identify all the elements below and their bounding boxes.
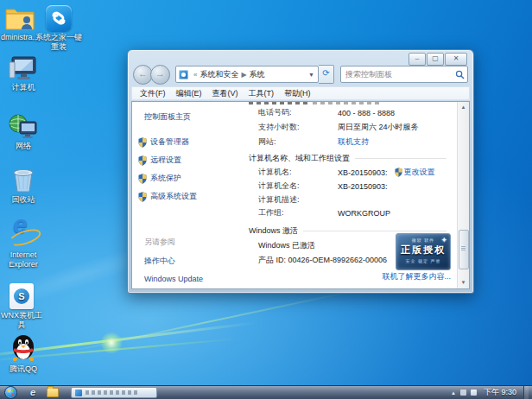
desktop-icon-label: 计算机 <box>0 83 51 92</box>
sidebar-item-device-manager[interactable]: 设备管理器 <box>138 136 247 148</box>
recycle-bin-icon <box>0 164 51 193</box>
vertical-scrollbar[interactable]: ▲ ▼ <box>457 102 469 288</box>
desktop-icon-label: 腾讯QQ <box>0 364 51 374</box>
taskbar-active-window-button[interactable] <box>71 387 157 398</box>
menu-file[interactable]: 文件(F) <box>135 87 171 100</box>
sidebar-item-control-panel-home[interactable]: 控制面板主页 <box>144 111 247 123</box>
sidebar-item-remote-settings[interactable]: 远程设置 <box>138 155 247 166</box>
menu-help[interactable]: 帮助(H) <box>279 87 316 100</box>
desktop-icon-computer[interactable]: 计算机 <box>0 52 51 92</box>
wnx-install-tool-icon: S <box>0 280 49 309</box>
genuine-license-badge[interactable]: 微软 软件 正版授权 安全 稳定 声誉 ✦ <box>396 233 451 270</box>
sidebar-item-system-protection[interactable]: 系统保护 <box>138 173 247 184</box>
row-label: 工作组: <box>258 207 338 218</box>
desktop-icon-network[interactable]: 网络 <box>0 111 51 151</box>
activation-status: Windows 已激活 <box>258 240 315 251</box>
desktop-icon-label: 系统之家一键 <box>31 33 86 42</box>
sidebar-item-label: 设备管理器 <box>150 136 189 148</box>
control-panel-icon <box>179 70 188 79</box>
support-row-hours: 支持小时数: 周日至周六 24小时服务 <box>258 122 445 133</box>
scroll-down-icon[interactable]: ▼ <box>458 277 469 288</box>
computer-description-row: 计算机描述: <box>258 194 445 206</box>
taskbar: e ▲ 下午 9:30 <box>0 385 532 399</box>
breadcrumb-separator-icon: ▶ <box>241 71 246 79</box>
uac-shield-icon <box>395 168 402 177</box>
sidebar-item-action-center[interactable]: 操作中心 <box>144 256 247 267</box>
section-rule <box>355 158 446 159</box>
tray-status-icon[interactable] <box>460 390 466 396</box>
uac-shield-icon <box>138 155 147 166</box>
row-value: XB-20150903: <box>338 182 388 191</box>
desktop-icon-recycle-bin[interactable]: 回收站 <box>0 164 51 205</box>
sidebar-item-label: 远程设置 <box>150 155 181 166</box>
search-input[interactable] <box>344 69 455 79</box>
desktop-icon-label: 具 <box>0 320 49 330</box>
system-control-panel-window: ‒ ▢ ✕ ← → « 系统和安全 ▶ 系统 ▼ ⟳ <box>127 49 474 294</box>
breadcrumb-system-security[interactable]: 系统和安全 <box>200 69 238 80</box>
system-tray: ▲ 下午 9:30 <box>451 386 532 399</box>
row-value: WORKGROUP <box>338 209 390 218</box>
menu-view[interactable]: 查看(V) <box>207 87 244 100</box>
change-settings-action[interactable]: 更改设置 <box>395 167 435 178</box>
sidebar-item-advanced-system-settings[interactable]: 高级系统设置 <box>138 191 247 202</box>
row-label: 支持小时数: <box>258 122 338 133</box>
desktop-icon-label: 网络 <box>0 142 51 151</box>
address-bar[interactable]: « 系统和安全 ▶ 系统 ▼ <box>175 66 319 83</box>
taskbar-ie-icon[interactable]: e <box>30 387 35 398</box>
internet-explorer-icon: e <box>0 219 51 249</box>
badge-star-icon: ✦ <box>440 236 447 244</box>
menu-bar: 文件(F) 编辑(E) 查看(V) 工具(T) 帮助(H) <box>131 86 470 100</box>
desktop-icon-wnx-install-tool[interactable]: S WNX装机工 具 <box>0 280 49 330</box>
desktop-icon-label: 回收站 <box>0 195 51 205</box>
network-icon <box>0 111 51 140</box>
menu-tools[interactable]: 工具(T) <box>244 87 280 100</box>
onekey-reinstall-icon <box>31 2 86 31</box>
change-settings-link[interactable]: 更改设置 <box>404 167 435 178</box>
computer-name-row: 计算机名: XB-20150903: 更改设置 <box>258 167 445 178</box>
section-rule <box>303 231 446 231</box>
workgroup-row: 工作组: WORKGROUP <box>258 207 445 218</box>
row-label: 计算机全名: <box>258 180 338 192</box>
content-pane: 电话号码: 400 - 888 - 8888 支持小时数: 周日至周六 24小时… <box>247 102 457 288</box>
computer-icon <box>0 52 51 81</box>
breadcrumb-collapsed-chevron[interactable]: « <box>193 71 197 79</box>
sidebar-item-windows-update[interactable]: Windows Update <box>144 275 247 283</box>
section-title: 计算机名称、域和工作组设置 <box>249 153 350 164</box>
taskbar-clock[interactable]: 下午 9:30 <box>481 387 519 398</box>
taskbar-explorer-icon[interactable] <box>47 388 59 397</box>
menu-edit[interactable]: 编辑(E) <box>171 87 207 100</box>
row-value: XB-20150903: <box>338 168 388 177</box>
window-client-area: 控制面板主页 设备管理器 远程设置 <box>131 101 470 289</box>
scrollbar-thumb[interactable] <box>459 230 469 269</box>
sidebar-item-label: 系统保护 <box>150 173 181 184</box>
uac-shield-icon <box>138 137 147 148</box>
tray-flag-icon[interactable] <box>471 390 477 396</box>
sidebar-item-label: 高级系统设置 <box>150 191 197 202</box>
task-window-title-fragment <box>86 390 139 395</box>
forward-button[interactable]: → <box>150 65 170 85</box>
desktop-icon-internet-explorer[interactable]: e Internet Explorer <box>0 219 51 269</box>
computer-fullname-row: 计算机全名: XB-20150903: <box>258 180 445 192</box>
address-dropdown-icon[interactable]: ▼ <box>307 72 316 78</box>
online-support-link[interactable]: 联机支持 <box>338 136 369 148</box>
tray-expand-icon[interactable]: ▲ <box>451 390 456 396</box>
start-button[interactable] <box>4 386 17 399</box>
task-window-icon <box>75 390 82 396</box>
uac-shield-icon <box>138 174 147 184</box>
learn-more-online-link[interactable]: 联机了解更多内容... <box>382 271 451 282</box>
row-label: 计算机描述: <box>258 194 338 206</box>
row-label: 电话号码: <box>258 107 338 118</box>
navigation-bar: ← → « 系统和安全 ▶ 系统 ▼ ⟳ <box>133 64 468 85</box>
sidebar: 控制面板主页 设备管理器 远程设置 <box>132 102 247 288</box>
show-desktop-button[interactable] <box>523 386 529 399</box>
row-label: 计算机名: <box>258 167 338 178</box>
see-also-heading: 另请参阅 <box>144 237 247 248</box>
desktop-icon-tencent-qq[interactable]: 腾讯QQ <box>0 333 51 374</box>
refresh-button[interactable]: ⟳ <box>319 65 334 84</box>
row-value: 周日至周六 24小时服务 <box>338 122 419 133</box>
scroll-up-icon[interactable]: ▲ <box>458 102 469 113</box>
breadcrumb-system[interactable]: 系统 <box>250 69 265 80</box>
desktop-icon-onekey-reinstall[interactable]: 系统之家一键 重装 <box>31 2 86 52</box>
search-box[interactable] <box>340 66 468 83</box>
product-id: 产品 ID: 00426-OEM-8992662-00006 <box>258 255 387 266</box>
